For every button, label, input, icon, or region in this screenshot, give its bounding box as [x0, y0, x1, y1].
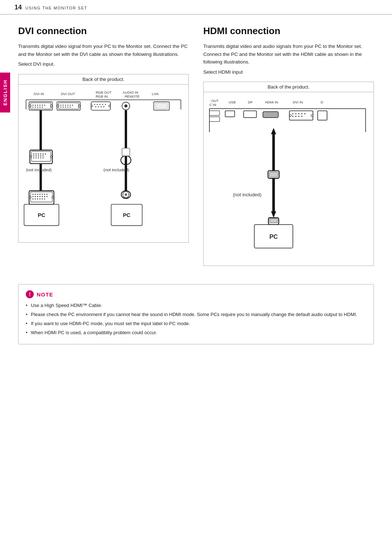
- svg-text:PC: PC: [269, 233, 278, 240]
- hdmi-heading: HDMI connection: [203, 25, 374, 37]
- svg-point-15: [39, 105, 40, 106]
- svg-point-59: [33, 153, 34, 155]
- svg-point-135: [292, 116, 294, 117]
- svg-point-46: [95, 106, 96, 107]
- svg-point-134: [304, 113, 306, 115]
- svg-point-37: [70, 106, 71, 107]
- hdmi-diagram-svg: : OUT C IN USB DP HDMI IN DVI IN D: [207, 96, 370, 258]
- svg-point-90: [39, 196, 40, 197]
- svg-point-83: [39, 193, 40, 194]
- svg-rect-55: [156, 103, 167, 109]
- note-item-2: Please check the PC environment if you c…: [26, 311, 366, 319]
- svg-rect-40: [91, 102, 110, 110]
- svg-rect-79: [30, 192, 52, 202]
- svg-rect-151: [270, 219, 277, 223]
- svg-point-13: [35, 105, 36, 106]
- svg-point-93: [46, 196, 48, 197]
- svg-point-91: [42, 196, 43, 197]
- svg-point-110: [125, 193, 127, 196]
- svg-point-45: [105, 104, 106, 105]
- svg-text:RGB IN: RGB IN: [96, 94, 108, 98]
- dvi-diagram-inner: DVI IN DVI OUT RGB OUT RGB IN AUDIO IN R…: [19, 85, 188, 242]
- svg-point-35: [65, 106, 66, 107]
- dvi-description1: Transmits digital video signal from your…: [18, 42, 189, 58]
- svg-text:DVI IN: DVI IN: [34, 92, 44, 96]
- svg-point-132: [298, 113, 300, 115]
- svg-point-96: [37, 198, 38, 199]
- note-title: NOTE: [37, 291, 53, 298]
- svg-point-31: [70, 105, 71, 106]
- svg-text:PC: PC: [123, 212, 131, 218]
- svg-text:(not included): (not included): [26, 167, 52, 172]
- svg-point-65: [33, 155, 34, 156]
- svg-text:DVI OUT: DVI OUT: [61, 92, 75, 96]
- hdmi-description2: Select HDMI input: [203, 68, 374, 76]
- svg-rect-142: [209, 111, 220, 116]
- hdmi-diagram-inner: : OUT C IN USB DP HDMI IN DVI IN D: [204, 92, 373, 266]
- svg-point-68: [40, 155, 41, 156]
- svg-point-49: [103, 106, 104, 107]
- svg-text:DVI IN: DVI IN: [293, 101, 303, 105]
- svg-point-71: [36, 157, 37, 158]
- svg-point-12: [32, 105, 33, 106]
- svg-point-60: [36, 153, 37, 155]
- svg-point-94: [32, 198, 33, 199]
- main-content: DVI connection Transmits digital video s…: [0, 15, 392, 277]
- svg-point-17: [44, 105, 45, 106]
- svg-point-64: [45, 153, 46, 155]
- dvi-section: DVI connection Transmits digital video s…: [18, 25, 189, 266]
- svg-rect-115: [122, 148, 130, 156]
- dvi-heading: DVI connection: [18, 25, 189, 37]
- hdmi-diagram-box: Back of the product. : OUT C IN USB DP H…: [203, 82, 374, 266]
- hdmi-description1: Transmits digital video and audio signal…: [203, 42, 374, 66]
- svg-point-88: [35, 196, 36, 197]
- svg-point-133: [301, 113, 303, 115]
- svg-point-80: [32, 193, 33, 194]
- page-number: 14: [15, 4, 22, 11]
- svg-point-74: [42, 157, 44, 158]
- svg-point-14: [37, 105, 38, 106]
- svg-point-63: [42, 153, 44, 155]
- svg-point-85: [44, 193, 45, 194]
- svg-text:AUDIO IN: AUDIO IN: [123, 90, 138, 94]
- note-header: ! NOTE: [26, 290, 366, 298]
- svg-point-41: [94, 104, 95, 105]
- svg-point-86: [46, 193, 48, 194]
- svg-point-99: [44, 198, 45, 199]
- note-icon: !: [26, 290, 34, 298]
- svg-point-89: [37, 196, 38, 197]
- svg-rect-128: [263, 112, 278, 118]
- svg-point-87: [32, 196, 33, 197]
- svg-rect-26: [58, 103, 78, 109]
- svg-point-21: [39, 106, 40, 107]
- svg-point-92: [44, 196, 45, 197]
- svg-point-84: [42, 193, 43, 194]
- svg-point-36: [67, 106, 68, 107]
- svg-text:: OUT: : OUT: [209, 99, 219, 103]
- svg-point-98: [42, 198, 43, 199]
- svg-point-42: [97, 104, 98, 105]
- page-header-title: USING THE MONITOR SET: [25, 6, 87, 10]
- svg-point-43: [99, 104, 101, 105]
- svg-rect-127: [244, 111, 256, 118]
- svg-rect-141: [318, 111, 327, 120]
- svg-point-19: [35, 106, 36, 107]
- svg-point-53: [124, 105, 128, 108]
- svg-point-82: [37, 193, 38, 194]
- svg-point-32: [72, 105, 73, 106]
- svg-text:DP: DP: [248, 101, 253, 105]
- svg-text:(not included): (not included): [233, 192, 261, 197]
- note-list: Use a High Speed HDMI™ Cable. Please che…: [26, 302, 366, 336]
- svg-point-130: [292, 113, 294, 115]
- svg-point-131: [295, 113, 297, 115]
- svg-point-22: [42, 106, 43, 107]
- svg-text:PC: PC: [38, 212, 45, 218]
- svg-point-61: [38, 153, 39, 155]
- svg-rect-147: [269, 172, 278, 177]
- dvi-description2: Select DVI input.: [18, 60, 189, 68]
- dvi-diagram-label: Back of the product.: [19, 74, 188, 85]
- svg-rect-129: [289, 111, 313, 120]
- svg-marker-149: [271, 212, 276, 218]
- svg-point-138: [301, 116, 303, 117]
- svg-point-136: [295, 116, 297, 117]
